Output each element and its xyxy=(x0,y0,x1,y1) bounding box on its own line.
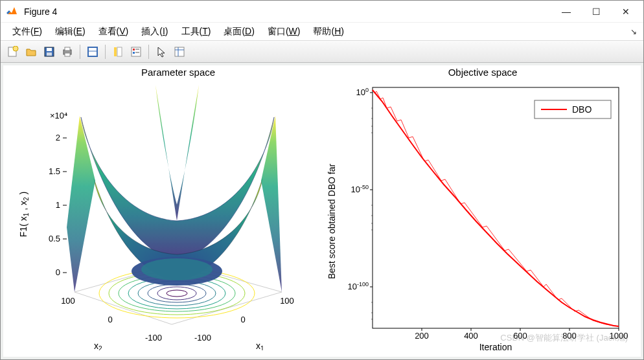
inspect-icon xyxy=(87,46,98,58)
toolbar-separator xyxy=(105,45,106,59)
svg-text:800: 800 xyxy=(562,331,577,341)
svg-text:1: 1 xyxy=(56,200,60,210)
svg-text:-100: -100 xyxy=(145,333,162,343)
svg-text:10-50: 10-50 xyxy=(351,184,369,194)
svg-point-26 xyxy=(157,287,196,300)
x-axis-label: x1 xyxy=(256,341,264,350)
svg-point-29 xyxy=(141,258,213,280)
menu-desktop[interactable]: 桌面(D) xyxy=(218,24,259,39)
menu-tools[interactable]: 工具(T) xyxy=(176,24,216,39)
menubar: 文件(F) 编辑(E) 查看(V) 插入(I) 工具(T) 桌面(D) 窗口(W… xyxy=(1,23,643,41)
svg-text:0.5: 0.5 xyxy=(49,234,60,243)
svg-rect-7 xyxy=(65,53,70,56)
legend-label: DBO xyxy=(572,104,592,115)
matlab-app-icon xyxy=(6,5,19,18)
window-title: Figure 4 xyxy=(24,6,57,17)
surface-back xyxy=(81,117,274,260)
objective-space-axes[interactable]: 100 10-50 10-100 20 xyxy=(321,76,632,354)
legend-icon xyxy=(130,46,142,58)
menu-view[interactable]: 查看(V) xyxy=(93,24,134,39)
svg-text:0: 0 xyxy=(240,315,245,324)
svg-text:-100: -100 xyxy=(194,333,211,343)
close-button[interactable]: ✕ xyxy=(611,1,641,22)
svg-text:200: 200 xyxy=(415,331,429,341)
y-axis-label: Best score obtained DBO far xyxy=(327,164,337,280)
toolbar-separator xyxy=(148,45,149,59)
svg-text:100: 100 xyxy=(280,296,294,306)
new-figure-button[interactable] xyxy=(5,43,21,60)
svg-rect-14 xyxy=(133,52,135,54)
menu-edit[interactable]: 编辑(E) xyxy=(50,24,91,39)
svg-text:1.5: 1.5 xyxy=(49,166,60,176)
svg-rect-8 xyxy=(88,47,97,56)
svg-text:1000: 1000 xyxy=(610,331,628,341)
z-axis-label: F1( x1 , x2 ) xyxy=(18,192,30,237)
svg-rect-10 xyxy=(114,47,117,56)
svg-rect-3 xyxy=(47,48,52,51)
svg-text:0: 0 xyxy=(108,315,112,324)
legend-button[interactable] xyxy=(128,43,144,60)
inspect-button[interactable] xyxy=(84,43,101,60)
y-axis-label: x2 xyxy=(94,341,102,350)
pointer-icon xyxy=(155,46,167,58)
pointer-button[interactable] xyxy=(153,43,170,60)
svg-text:400: 400 xyxy=(464,331,478,341)
svg-rect-6 xyxy=(65,47,70,51)
figure-window: Figure 4 — ☐ ✕ 文件(F) 编辑(E) 查看(V) 插入(I) 工… xyxy=(0,0,644,360)
minimize-button[interactable]: — xyxy=(551,1,581,22)
svg-text:600: 600 xyxy=(513,331,527,341)
datacursor-button[interactable] xyxy=(171,43,188,60)
toolbar-separator xyxy=(80,45,80,59)
svg-point-1 xyxy=(13,46,18,51)
figure-area: Parameter space Objective space xyxy=(1,63,643,359)
x-axis-label: Iteration xyxy=(479,342,512,352)
save-button[interactable] xyxy=(41,43,58,60)
menu-help[interactable]: 帮助(H) xyxy=(308,24,349,39)
save-icon xyxy=(43,46,55,58)
svg-rect-17 xyxy=(175,47,184,56)
menu-file[interactable]: 文件(F) xyxy=(7,24,47,39)
open-button[interactable] xyxy=(23,43,40,60)
svg-text:0: 0 xyxy=(56,267,60,277)
svg-rect-4 xyxy=(47,52,52,56)
x-axis-ticks: 200 400 600 800 1000 xyxy=(415,331,628,341)
svg-text:100: 100 xyxy=(356,87,369,97)
svg-rect-11 xyxy=(117,47,122,56)
parameter-space-axes[interactable]: 0 0.5 1 1.5 2 ×10⁴ 100 0 xyxy=(10,78,314,350)
colorbar-icon xyxy=(112,46,124,58)
svg-text:100: 100 xyxy=(61,296,75,306)
titlebar: Figure 4 — ☐ ✕ xyxy=(1,1,643,23)
menu-window[interactable]: 窗口(W) xyxy=(262,24,306,39)
plot-box xyxy=(373,87,619,328)
maximize-button[interactable]: ☐ xyxy=(581,1,611,22)
svg-text:10-100: 10-100 xyxy=(348,281,369,291)
svg-rect-13 xyxy=(133,49,135,51)
y-axis-ticks: 100 0 -100 xyxy=(61,296,162,343)
print-button[interactable] xyxy=(59,43,76,60)
svg-point-27 xyxy=(167,290,187,297)
colorbar-button[interactable] xyxy=(109,43,126,60)
z-axis-ticks: 0 0.5 1 1.5 2 xyxy=(49,133,60,277)
legend[interactable]: DBO xyxy=(535,100,611,118)
axes-container: Parameter space Objective space xyxy=(3,65,641,357)
datacursor-icon xyxy=(174,46,185,58)
toolbar xyxy=(1,41,643,63)
new-figure-icon xyxy=(7,46,19,58)
z-exponent: ×10⁴ xyxy=(50,111,67,120)
menu-insert[interactable]: 插入(I) xyxy=(136,24,173,39)
print-icon xyxy=(62,46,73,58)
svg-text:2: 2 xyxy=(56,133,60,142)
left-chart-title: Parameter space xyxy=(55,67,301,78)
open-icon xyxy=(25,46,37,58)
y-axis-ticks: 100 10-50 10-100 xyxy=(348,87,369,291)
dock-icon[interactable]: ↘ xyxy=(630,27,637,36)
